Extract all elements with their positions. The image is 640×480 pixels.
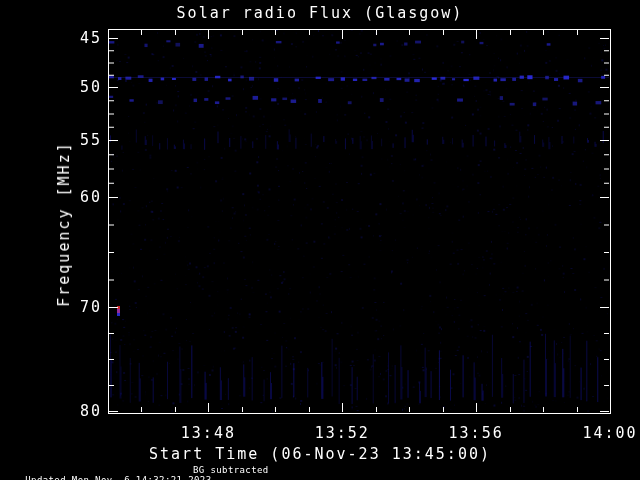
y-tick-label: 45 (50, 29, 102, 47)
y-tick-label: 60 (50, 188, 102, 206)
status-bar: Updated Mon Nov 6 14:32:21 2023 BG subtr… (2, 465, 211, 480)
solar-radio-flux-window: Solar radio Flux (Glasgow) Frequency [MH… (0, 0, 640, 480)
bg-subtracted-label: BG subtracted (193, 465, 269, 475)
x-tick-label: 13:56 (431, 424, 521, 442)
y-axis-title: Frequency [MHz] (55, 141, 73, 306)
y-tick-label: 80 (50, 402, 102, 420)
x-axis-title: Start Time (06-Nov-23 13:45:00) (0, 445, 640, 463)
updated-timestamp: Updated Mon Nov 6 14:32:21 2023 (25, 475, 211, 480)
x-tick-label: 13:48 (163, 424, 253, 442)
chart-title: Solar radio Flux (Glasgow) (0, 4, 640, 22)
x-tick-label: 14:00 (565, 424, 640, 442)
y-tick-label: 50 (50, 78, 102, 96)
x-tick-label: 13:52 (297, 424, 387, 442)
y-tick-label: 55 (50, 131, 102, 149)
y-tick-label: 70 (50, 298, 102, 316)
